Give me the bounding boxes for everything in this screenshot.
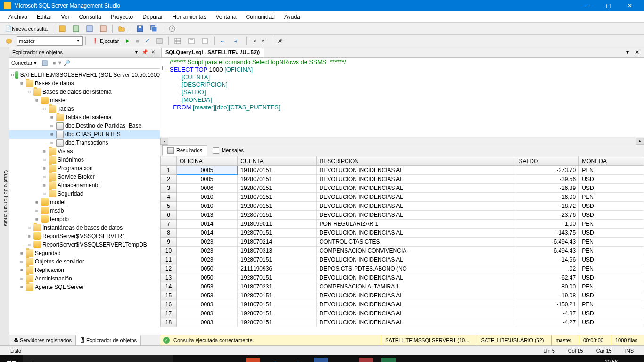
cell[interactable]: 1928070151 (238, 273, 316, 282)
cell[interactable]: 0050 (177, 264, 238, 273)
toolbar-icon[interactable] (70, 24, 82, 34)
column-header[interactable] (161, 156, 177, 166)
cell[interactable]: DEVOLUCION INCIDENCIAS AL (316, 300, 516, 309)
cell[interactable]: -26,89 (516, 184, 579, 193)
cell[interactable]: 1928070151 (238, 318, 316, 327)
cell[interactable]: DEVOLUCION INCIDENCIAS AL (316, 193, 516, 202)
menu-depurar[interactable]: Depurar (138, 12, 167, 22)
menu-ayuda[interactable]: Ayuda (280, 12, 305, 22)
table-row[interactable]: 1500531928070151DEVOLUCION INCIDENCIAS A… (161, 291, 644, 300)
cell[interactable]: CONTROL CTAS CTES (316, 238, 516, 247)
change-connection-icon[interactable] (3, 36, 15, 46)
cell[interactable]: 7 (161, 220, 177, 229)
cell[interactable]: 0013 (177, 211, 238, 220)
table-row[interactable]: 1600831918070151DEVOLUCION INCIDENCIAS A… (161, 300, 644, 309)
tree-node[interactable]: ⊞tempdb (9, 215, 160, 223)
table-row[interactable]: 1200502111190936DEPOS.CTS-PDTES.ABONO (N… (161, 264, 644, 273)
table-row[interactable]: 800141928070151DEVOLUCION INCIDENCIAS AL… (161, 229, 644, 238)
maximize-button[interactable]: ▢ (598, 0, 619, 11)
tree-node[interactable]: ⊞Agente SQL Server (9, 283, 160, 291)
cell[interactable]: 80,00 (516, 282, 579, 291)
cell[interactable]: 15 (161, 291, 177, 300)
expand-icon[interactable]: ⊟ (11, 73, 14, 77)
cell[interactable]: 0053 (177, 282, 238, 291)
tree-node[interactable]: ⊞Almacenamiento (9, 181, 160, 189)
expand-icon[interactable]: ⊞ (34, 217, 40, 222)
tree-node[interactable]: ⊞Sinónimos (9, 156, 160, 164)
cell[interactable]: 1 (161, 166, 177, 175)
cell[interactable]: 1,00 (516, 220, 579, 229)
cell[interactable]: 4 (161, 193, 177, 202)
expand-icon[interactable]: ⊟ (41, 107, 47, 111)
cell[interactable]: 0023 (177, 255, 238, 264)
word-icon[interactable]: W (314, 358, 328, 362)
cell[interactable]: USD (579, 255, 644, 264)
edge-icon[interactable]: ⓔ (264, 355, 287, 362)
cell[interactable]: 0083 (177, 309, 238, 318)
save-icon[interactable] (134, 24, 146, 34)
execute-button[interactable]: ❗Ejecutar (89, 36, 122, 46)
column-header[interactable]: SALDO (516, 156, 579, 166)
cell[interactable]: USD (579, 309, 644, 318)
tree-node[interactable]: ⊞Programación (9, 164, 160, 173)
table-row[interactable]: 400101918070151DEVOLUCION INCIDENCIAS AL… (161, 193, 644, 202)
cell[interactable]: -4,27 (516, 318, 579, 327)
messages-tab[interactable]: Mensajes (207, 145, 249, 156)
specify-values-icon[interactable]: Aᵇ (275, 36, 287, 46)
results-grid-wrap[interactable]: OFICINACUENTADESCRIPCIONSALDOMONEDA10005… (160, 156, 644, 335)
expand-icon[interactable]: ⊞ (26, 242, 32, 247)
close-icon[interactable]: ✕ (635, 49, 643, 56)
cell[interactable]: 14 (161, 282, 177, 291)
parse-icon[interactable]: ✓ (143, 36, 152, 46)
access-icon[interactable]: A (359, 358, 373, 362)
cell[interactable]: USD (579, 184, 644, 193)
cell[interactable]: 5 (161, 202, 177, 211)
expand-icon[interactable]: ⊞ (41, 183, 47, 188)
cell[interactable]: -150,21 (516, 300, 579, 309)
stop-icon[interactable]: ■ (133, 36, 141, 46)
cell[interactable]: 1918070151 (238, 193, 316, 202)
cell[interactable]: PEN (579, 300, 644, 309)
table-row[interactable]: 100051918070151DEVOLUCION INCIDENCIAS AL… (161, 166, 644, 175)
cell[interactable]: -23,76 (516, 211, 579, 220)
minimize-button[interactable]: ─ (577, 0, 598, 11)
cell[interactable]: 0023 (177, 238, 238, 247)
uncomment-icon[interactable]: -/ (231, 36, 243, 46)
comment-icon[interactable]: -- (217, 36, 230, 46)
column-header[interactable]: CUENTA (238, 156, 316, 166)
tree-node[interactable]: ⊞model (9, 198, 160, 206)
start-button[interactable] (0, 355, 23, 362)
document-tab[interactable]: SQLQuery1.sql - SATELLITE\...\U...52)) (161, 48, 264, 57)
table-row[interactable]: 1700831928070151DEVOLUCION INCIDENCIAS A… (161, 309, 644, 318)
cell[interactable]: 0053 (177, 291, 238, 300)
expand-icon[interactable]: ⊞ (49, 115, 55, 120)
cell[interactable]: USD (579, 291, 644, 300)
menu-editar[interactable]: Editar (32, 12, 56, 22)
table-row[interactable]: 1100231928070151DEVOLUCION INCIDENCIAS A… (161, 255, 644, 264)
expand-icon[interactable]: ⊞ (49, 140, 55, 145)
cell[interactable]: 1918070313 (238, 247, 316, 255)
dropdown-icon[interactable]: ▾ (626, 49, 635, 56)
cell[interactable]: DEVOLUCION INCIDENCIAS AL (316, 318, 516, 327)
outdent-icon[interactable]: ⇤ (260, 36, 269, 46)
expand-icon[interactable]: ⊞ (19, 276, 25, 281)
cell[interactable]: POR REGULARIZAR 1 (316, 220, 516, 229)
editor-hscroll[interactable]: ◂ ▸ (160, 137, 644, 145)
expand-icon[interactable]: ⊞ (26, 225, 32, 230)
tree-node[interactable]: ⊟master (9, 96, 160, 105)
open-icon[interactable] (116, 24, 128, 34)
toolbox-tab[interactable]: Cuadro de herramientas (0, 47, 9, 345)
pin-icon[interactable]: 📌 (141, 49, 149, 56)
cell[interactable]: 0083 (177, 318, 238, 327)
cell[interactable]: USD (579, 229, 644, 238)
object-explorer-tab[interactable]: 🗄Explorador de objetos (76, 335, 141, 345)
cell[interactable]: 1928070151 (238, 291, 316, 300)
object-tree[interactable]: ⊟SATELLITE\MSSQLSERVER1 (SQL Server 10.5… (9, 69, 160, 335)
tree-node[interactable]: ⊞Tablas del sistema (9, 113, 160, 122)
cell[interactable]: PEN (579, 220, 644, 229)
cell[interactable]: -16,00 (516, 193, 579, 202)
cell[interactable]: 3 (161, 184, 177, 193)
cell[interactable]: DEVOLUCION INCIDENCIAS AL (316, 166, 516, 175)
expand-icon[interactable]: ⊟ (26, 90, 32, 94)
menu-proyecto[interactable]: Proyecto (106, 12, 138, 22)
